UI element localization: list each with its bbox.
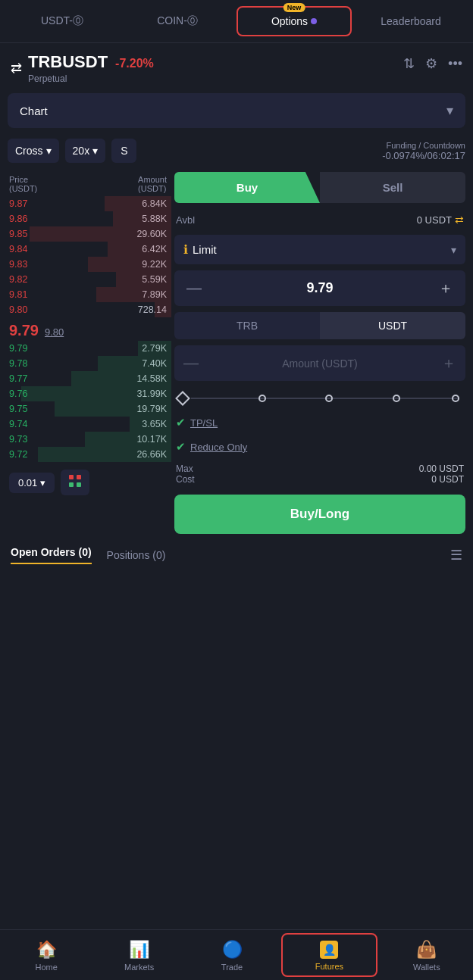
slider-dot-50[interactable] [325, 395, 333, 402]
slider-dot-100[interactable] [452, 395, 459, 402]
nav-trade[interactable]: 🔵 Trade [186, 932, 278, 978]
orders-menu-icon[interactable]: ☰ [450, 547, 462, 563]
sell-order-row[interactable]: 9.876.84K [5, 196, 171, 211]
bottom-nav: 🏠 Home 📊 Markets 🔵 Trade 👤 Futures 👜 Wal… [0, 929, 473, 980]
sell-tab[interactable]: Sell [320, 172, 465, 203]
nav-markets[interactable]: 📊 Markets [92, 932, 185, 978]
order-book: Price(USDT) Amount(USDT) 9.876.84K9.865.… [5, 172, 171, 534]
nav-futures[interactable]: 👤 Futures [281, 933, 377, 977]
currency-usdt-button[interactable]: USDT [320, 312, 465, 339]
sell-order-row[interactable]: 9.846.42K [5, 242, 171, 257]
funding-info: Funding / Countdown -0.0974%/06:02:17 [382, 141, 465, 161]
tab-leaderboard[interactable]: Leaderboard [355, 8, 467, 35]
buy-order-row[interactable]: 9.7226.66K [5, 447, 171, 462]
cost-value: 0 USDT [419, 474, 464, 485]
amount-input-row: — Amount (USDT) ＋ [174, 345, 465, 381]
info-icon: ℹ [183, 242, 188, 257]
sell-order-row[interactable]: 9.865.88K [5, 211, 171, 226]
order-type-selector[interactable]: ℹ Limit ▾ [174, 235, 465, 264]
slider-dot-75[interactable] [393, 395, 400, 402]
avbl-row: Avbl 0 USDT ⇄ [174, 211, 465, 229]
slider-row[interactable] [174, 390, 465, 413]
wallets-icon: 👜 [416, 940, 437, 960]
slider-handle[interactable] [175, 391, 190, 406]
price-value[interactable]: 9.79 [306, 280, 333, 296]
trade-panel: Buy Sell Avbl 0 USDT ⇄ ℹ Limit ▾ — 9.79 … [171, 172, 468, 534]
amount-minus-button[interactable]: — [183, 354, 199, 372]
svg-rect-1 [69, 482, 74, 487]
trade-icon: 🔵 [222, 940, 243, 960]
chart-chevron-icon: ▾ [446, 102, 453, 119]
swap-icon: ⇄ [11, 60, 22, 76]
buy-order-row[interactable]: 9.7631.99K [5, 386, 171, 401]
options-new-badge: New [283, 3, 305, 12]
orders-section: Open Orders (0) Positions (0) ☰ [0, 534, 473, 570]
tab-coin[interactable]: COIN-⓪ [121, 7, 233, 36]
home-icon: 🏠 [36, 940, 57, 960]
buy-long-button[interactable]: Buy/Long [174, 495, 465, 534]
currency-toggle: TRB USDT [174, 312, 465, 339]
lot-size-button[interactable]: 0.01 ▾ [9, 473, 55, 493]
tp-sl-row[interactable]: ✔ TP/SL [174, 413, 465, 432]
buy-tab[interactable]: Buy [174, 172, 320, 203]
order-type-chevron-icon: ▾ [451, 244, 456, 256]
amount-plus-button[interactable]: ＋ [441, 353, 456, 373]
leverage-button[interactable]: 20x ▾ [65, 139, 106, 163]
sell-order-row[interactable]: 9.80728.14 [5, 302, 171, 317]
avbl-value: 0 USDT ⇄ [417, 214, 464, 226]
svg-rect-2 [77, 475, 81, 479]
pair-type: Perpetual [28, 73, 154, 84]
slider-track[interactable] [191, 398, 459, 399]
reduce-only-check-icon: ✔ [176, 440, 186, 454]
chart-switch-icon[interactable]: ⇅ [403, 55, 415, 72]
buy-order-row[interactable]: 9.7714.58K [5, 371, 171, 386]
sell-order-row[interactable]: 9.8529.60K [5, 226, 171, 242]
price-plus-button[interactable]: ＋ [435, 278, 456, 298]
buy-order-row[interactable]: 9.7519.79K [5, 401, 171, 417]
margin-type-button[interactable]: Cross ▾ [8, 139, 59, 163]
price-minus-button[interactable]: — [183, 279, 205, 297]
buy-order-row[interactable]: 9.743.65K [5, 417, 171, 432]
slider-dot-25[interactable] [258, 395, 266, 402]
pair-header: ⇄ TRBUSDT -7.20% Perpetual ⇅ ⚙ ••• [0, 43, 473, 90]
more-icon[interactable]: ••• [448, 56, 462, 72]
svg-rect-3 [77, 482, 81, 487]
sell-orders-list: 9.876.84K9.865.88K9.8529.60K9.846.42K9.8… [5, 196, 171, 317]
buy-order-row[interactable]: 9.787.40K [5, 356, 171, 371]
size-button[interactable]: S [111, 139, 136, 163]
svg-rect-0 [69, 475, 74, 479]
settings-icon[interactable]: ⚙ [425, 55, 437, 72]
sell-order-row[interactable]: 9.839.22K [5, 257, 171, 272]
options-dot [311, 18, 317, 24]
avbl-label: Avbl [176, 214, 195, 226]
tab-bar: USDT-⓪ COIN-⓪ New Options Leaderboard [0, 0, 473, 43]
markets-icon: 📊 [129, 940, 149, 960]
buy-order-row[interactable]: 9.7310.17K [5, 432, 171, 447]
tp-sl-label[interactable]: TP/SL [190, 417, 218, 429]
amount-placeholder[interactable]: Amount (USDT) [282, 357, 358, 370]
transfer-icon[interactable]: ⇄ [455, 214, 464, 226]
buy-order-row[interactable]: 9.792.79K [5, 341, 171, 356]
price-input-row: — 9.79 ＋ [174, 270, 465, 306]
buy-orders-list: 9.792.79K9.787.40K9.7714.58K9.7631.99K9.… [5, 341, 171, 462]
pair-symbol: TRBUSDT [28, 52, 108, 72]
max-label: MaxCost [176, 463, 195, 485]
sell-order-row[interactable]: 9.825.59K [5, 272, 171, 287]
futures-icon: 👤 [320, 941, 338, 959]
chart-section[interactable]: Chart ▾ [8, 93, 465, 128]
tab-usdt[interactable]: USDT-⓪ [6, 7, 118, 36]
open-orders-tab[interactable]: Open Orders (0) [11, 546, 92, 564]
positions-tab[interactable]: Positions (0) [107, 549, 166, 561]
reduce-only-row[interactable]: ✔ Reduce Only [174, 437, 465, 457]
nav-home[interactable]: 🏠 Home [0, 932, 92, 978]
tab-options[interactable]: New Options [236, 6, 352, 36]
max-cost-row: MaxCost 0.00 USDT 0 USDT [174, 461, 465, 487]
reduce-only-label[interactable]: Reduce Only [190, 442, 247, 453]
currency-trb-button[interactable]: TRB [174, 312, 320, 339]
order-type-label: Limit [193, 243, 446, 256]
chart-label: Chart [20, 105, 48, 117]
nav-wallets[interactable]: 👜 Wallets [381, 932, 473, 978]
grid-icon[interactable] [61, 470, 89, 495]
sell-order-row[interactable]: 9.817.89K [5, 287, 171, 302]
max-value: 0.00 USDT [419, 463, 464, 474]
